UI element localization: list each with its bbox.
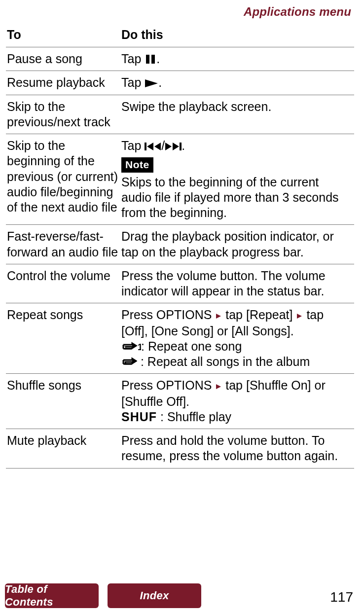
svg-marker-4	[147, 143, 153, 150]
table-row: Resume playback Tap .	[6, 71, 354, 95]
svg-marker-15	[216, 384, 221, 389]
text: .	[158, 75, 162, 89]
text: : Repeat one song	[141, 339, 242, 353]
cell-to: Skip to the beginning of the previous (o…	[6, 134, 120, 225]
arrow-right-icon	[296, 308, 303, 323]
table-row: Skip to the previous/next track Swipe th…	[6, 95, 354, 134]
cell-to: Control the volume	[6, 264, 120, 303]
cell-do: Drag the playback position indicator, or…	[120, 225, 354, 264]
cell-to: Skip to the previous/next track	[6, 95, 120, 134]
text: /	[161, 139, 165, 152]
text: Press OPTIONS	[121, 378, 215, 392]
table-row: Shuffle songs Press OPTIONS tap [Shuffle…	[6, 374, 354, 429]
cell-to: Resume playback	[6, 71, 120, 95]
svg-marker-6	[165, 143, 172, 150]
note-text: Skips to the beginning of the current au…	[121, 175, 352, 221]
play-icon	[145, 79, 158, 88]
page: Applications menu To Do this Pause a son…	[0, 0, 364, 614]
text: : Shuffle play	[157, 410, 231, 424]
svg-rect-0	[146, 55, 149, 64]
repeat-all-icon	[121, 357, 137, 367]
cell-to: Mute playback	[6, 429, 120, 469]
cell-to: Shuffle songs	[6, 374, 120, 429]
cell-to: Pause a song	[6, 47, 120, 71]
svg-rect-3	[145, 143, 146, 150]
arrow-right-icon	[215, 308, 222, 323]
table-row: Control the volume Press the volume butt…	[6, 264, 354, 303]
header-to: To	[6, 25, 120, 47]
text: tap [Repeat]	[225, 308, 296, 322]
table-header-row: To Do this	[6, 25, 354, 47]
table-row: Repeat songs Press OPTIONS tap [Repeat] …	[6, 303, 354, 374]
svg-marker-5	[154, 143, 161, 150]
footer: Table of Contents Index 117	[0, 583, 364, 608]
table-row: Skip to the beginning of the previous (o…	[6, 134, 354, 225]
table-row: Fast-reverse/fast-forward an audio file …	[6, 225, 354, 264]
text: Tap	[121, 75, 145, 89]
text: : Repeat all songs in the album	[137, 355, 310, 368]
skip-next-icon	[165, 142, 182, 151]
pause-icon	[145, 54, 156, 64]
page-number: 117	[330, 589, 353, 605]
header-do-this: Do this	[120, 25, 354, 47]
text: Tap	[121, 139, 145, 152]
svg-text:1: 1	[138, 342, 141, 352]
text: Tap	[121, 52, 145, 66]
cell-do: Tap / . Note Skips to the beginning of t…	[120, 134, 354, 225]
svg-marker-9	[216, 314, 221, 319]
svg-marker-7	[173, 143, 179, 150]
cell-do: Swipe the playback screen.	[120, 95, 354, 134]
cell-do: Tap .	[120, 71, 354, 95]
text: .	[156, 52, 160, 66]
cell-to: Fast-reverse/fast-forward an audio file	[6, 225, 120, 264]
cell-do: Press OPTIONS tap [Repeat] tap [Off], [O…	[120, 303, 354, 374]
skip-previous-icon	[145, 142, 161, 151]
cell-do: Press the volume button. The volume indi…	[120, 264, 354, 303]
repeat-one-icon: 1	[121, 342, 141, 352]
cell-do: Tap .	[120, 47, 354, 71]
index-button[interactable]: Index	[108, 583, 201, 608]
cell-do: Press OPTIONS tap [Shuffle On] or [Shuff…	[120, 374, 354, 429]
svg-marker-2	[145, 79, 158, 87]
arrow-right-icon	[215, 378, 222, 394]
svg-rect-1	[151, 55, 155, 64]
text: Press OPTIONS	[121, 308, 215, 322]
section-title: Applications menu	[6, 5, 354, 19]
table-row: Pause a song Tap .	[6, 47, 354, 71]
svg-marker-10	[297, 314, 302, 319]
cell-to: Repeat songs	[6, 303, 120, 374]
table-row: Mute playback Press and hold the volume …	[6, 429, 354, 469]
cell-do: Press and hold the volume button. To res…	[120, 429, 354, 469]
shuffle-icon: SHUF	[121, 410, 157, 424]
text: .	[182, 139, 185, 152]
note-badge: Note	[121, 157, 153, 172]
playback-controls-table: To Do this Pause a song Tap . Resume pla…	[6, 25, 354, 469]
table-of-contents-button[interactable]: Table of Contents	[5, 583, 99, 608]
